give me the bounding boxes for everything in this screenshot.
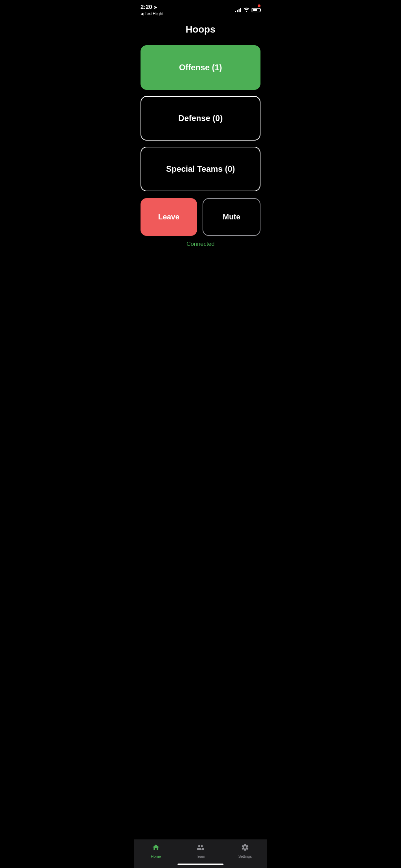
mute-label: Mute	[223, 213, 240, 221]
connected-status: Connected	[134, 241, 267, 250]
wifi-icon	[243, 7, 250, 13]
signal-bars-icon	[235, 8, 241, 12]
defense-label: Defense (0)	[178, 113, 222, 123]
back-label: TestFlight	[144, 11, 163, 16]
location-icon: ➤	[154, 5, 157, 10]
page-title: Hoops	[134, 17, 267, 45]
back-arrow-icon: ◀	[141, 12, 143, 16]
special-teams-label: Special Teams (0)	[166, 164, 235, 174]
status-right	[235, 7, 260, 13]
action-row: Leave Mute	[134, 198, 267, 236]
offense-button[interactable]: Offense (1)	[141, 45, 260, 90]
defense-button[interactable]: Defense (0)	[141, 96, 260, 141]
time-display: 2:20	[141, 4, 152, 11]
leave-label: Leave	[158, 213, 179, 221]
offense-label: Offense (1)	[179, 63, 222, 72]
status-bar: 2:20 ➤ ◀ TestFlight	[134, 0, 267, 17]
signal-dot	[258, 4, 260, 7]
battery-icon	[252, 8, 260, 12]
status-left: 2:20 ➤ ◀ TestFlight	[141, 4, 163, 16]
special-teams-button[interactable]: Special Teams (0)	[141, 147, 260, 191]
leave-button[interactable]: Leave	[141, 198, 197, 236]
category-list: Offense (1) Defense (0) Special Teams (0…	[134, 45, 267, 191]
back-navigation[interactable]: ◀ TestFlight	[141, 11, 163, 16]
mute-button[interactable]: Mute	[203, 198, 260, 236]
connected-label: Connected	[186, 241, 215, 247]
status-time: 2:20 ➤	[141, 4, 163, 11]
